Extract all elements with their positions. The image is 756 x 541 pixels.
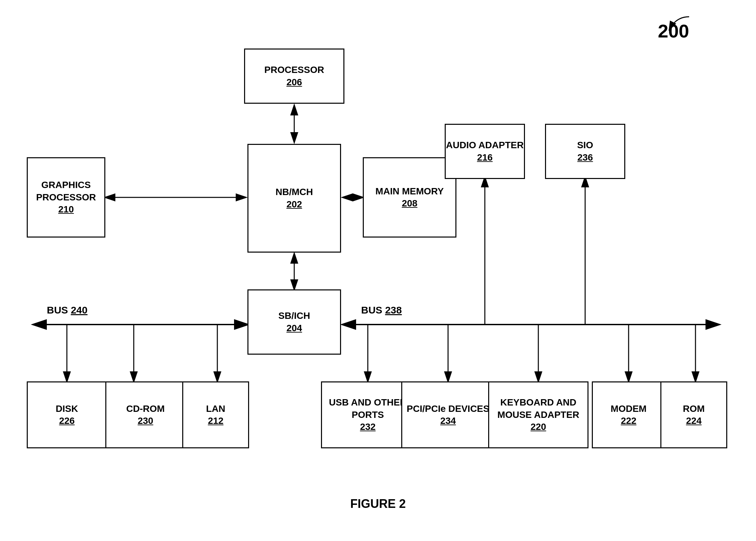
sb-ich-box: SB/ICH 204 xyxy=(247,289,341,355)
disk-box: DISK 226 xyxy=(27,381,107,448)
graphics-processor-box: GRAPHICS PROCESSOR 210 xyxy=(27,157,105,238)
bus-240-label: BUS 240 xyxy=(47,304,88,316)
rom-box: ROM 224 xyxy=(660,381,727,448)
bus-238-label: BUS 238 xyxy=(361,304,402,316)
modem-box: MODEM 222 xyxy=(592,381,665,448)
audio-adapter-box: AUDIO ADAPTER 216 xyxy=(445,124,525,179)
cd-rom-box: CD-ROM 230 xyxy=(105,381,186,448)
keyboard-mouse-box: KEYBOARD AND MOUSE ADAPTER 220 xyxy=(488,381,588,448)
diagram-container: 200 xyxy=(0,0,756,541)
figure-label: FIGURE 2 xyxy=(350,497,406,511)
usb-ports-box: USB AND OTHER PORTS 232 xyxy=(321,381,415,448)
processor-box: PROCESSOR 206 xyxy=(244,49,344,104)
lan-box: LAN 212 xyxy=(182,381,249,448)
pci-pcie-box: PCI/PCIe DEVICES 234 xyxy=(401,381,495,448)
nb-mch-box: NB/MCH 202 xyxy=(247,144,341,253)
sio-box: SIO 236 xyxy=(545,124,625,179)
main-memory-box: MAIN MEMORY 208 xyxy=(363,157,456,238)
